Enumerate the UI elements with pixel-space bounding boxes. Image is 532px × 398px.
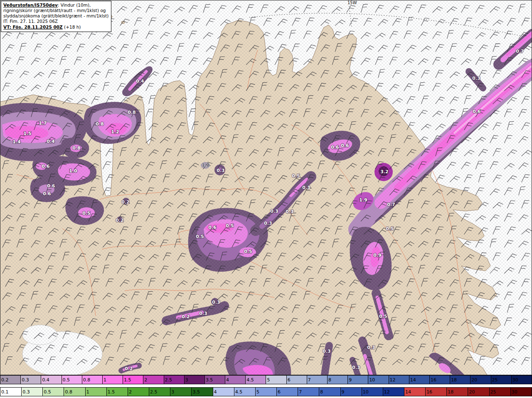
colorbar-value: 14 (404, 389, 411, 395)
colorbar-value: 3 (170, 389, 174, 395)
colorbar-value: 0.4 (41, 377, 49, 383)
colorbar-cell: 20 (468, 388, 489, 396)
precip-value-label: 0.6 (331, 145, 339, 150)
precip-value-label: 0.6 (43, 191, 51, 197)
precip-value-label: 0.3 (472, 76, 480, 81)
colorbar-value: 2.5 (149, 389, 158, 395)
precip-value-label: 0.3 (270, 209, 278, 214)
colorbar-cell: 12 (383, 388, 404, 396)
colorbar-cell: 1.5 (123, 376, 143, 384)
product-name: Veðurstofan/IS750dev (3, 2, 58, 7)
precip-value-label: 0.2 (116, 218, 124, 223)
colorbar-value: 2 (143, 377, 147, 383)
colorbar-value: 6 (287, 377, 291, 383)
colorbar-cell: 9 (340, 388, 362, 396)
precip-value-label: 0.2 (125, 366, 133, 371)
title-line-2: rigning/skúrir (grænt/blátt/rautt - mm/1… (3, 8, 108, 13)
precip-value-label: 0.5 (226, 223, 234, 228)
colorbar-sleet-snow: 0.20.30.40.50.811.522.533.544.5567891012… (0, 375, 532, 384)
colorbar-cell: 3 (184, 376, 204, 384)
colorbar-cell: 20 (470, 376, 490, 384)
colorbar-cell: 16 (429, 376, 450, 384)
colorbar-cell: 2 (143, 376, 163, 384)
precip-value-label: 0.3 (264, 221, 272, 226)
colorbar-value: 3 (185, 377, 188, 383)
colorbar-cell: 2 (128, 388, 149, 396)
precip-value-label: 0.6 (341, 143, 349, 148)
precip-value-label: 0.2 (182, 314, 190, 319)
colorbar-cell: 4 (225, 376, 245, 384)
colorbar-cell: 0.3 (21, 388, 42, 396)
init-time: IT: Fim. 27. 11. 2025 06Z (3, 19, 108, 24)
precip-value-label: 0.4 (136, 79, 144, 84)
precip-value-label: 1.9 (359, 197, 367, 203)
colorbar-cell: 0.5 (42, 388, 64, 396)
colorbar-value: 16 (426, 389, 432, 395)
hatch-overlay (0, 0, 532, 375)
precip-value-label: 0.5 (386, 226, 394, 231)
colorbar-cell: 14 (404, 388, 425, 396)
precip-value-label: 0.3 (352, 365, 360, 370)
precip-value-label: 0.6 (473, 109, 481, 114)
colorbar-value: 1.5 (107, 389, 115, 395)
colorbar-cell: 3 (170, 388, 191, 396)
colorbar-value: 1.5 (123, 377, 131, 383)
colorbar-cell: 7 (307, 376, 327, 384)
colorbar-value: 12 (383, 389, 390, 395)
colorbar-value: 30 (512, 377, 518, 383)
colorbar-cell: 30 (510, 388, 532, 396)
colorbar-value: 0.8 (64, 389, 72, 395)
colorbar-value: 0.5 (43, 389, 51, 395)
colorbar-value: 14 (409, 377, 416, 383)
weather-chart-frame: 15W (0, 0, 532, 398)
colorbar-value: 1 (103, 377, 106, 383)
precip-value-label: 0.4 (47, 139, 55, 144)
colorbar-cell: 3.5 (204, 376, 225, 384)
colorbar-cell: 0.4 (41, 376, 61, 384)
precip-value-label: 0.8 (96, 121, 104, 127)
colorbar-cell: 2.5 (164, 376, 184, 384)
colorbar-cell: 10 (362, 388, 383, 396)
colorbar-value: 2 (128, 389, 132, 395)
colorbar-value: 18 (450, 377, 457, 383)
colorbar-value: 4 (225, 377, 229, 383)
colorbar-value: 18 (447, 389, 453, 395)
colorbar-rain: 0.10.30.50.811.522.533.544.5567891012141… (0, 387, 532, 396)
colorbar-cell: 25 (489, 388, 510, 396)
colorbar-value: 0.3 (21, 377, 29, 383)
colorbar-cell: 2.5 (149, 388, 170, 396)
colorbar-value: 0.8 (82, 377, 91, 383)
precip-value-label: 0.6 (47, 183, 55, 189)
colorbar-cell: 7 (298, 388, 319, 396)
colorbar-value: 10 (368, 377, 375, 383)
colorbar-cell: 10 (368, 376, 388, 384)
colorbar-cell: 0.8 (82, 376, 102, 384)
colorbar-value: 25 (491, 377, 498, 383)
colorbar-value: 8 (319, 389, 323, 395)
colorbar-value: 0.2 (0, 377, 9, 383)
precip-value-label: 0.9 (373, 253, 382, 258)
colorbar-cell: 0.3 (20, 376, 41, 384)
colorbar-value: 30 (511, 389, 517, 395)
colorbar-value: 10 (362, 389, 369, 395)
valid-time: VT: Fös. 28.11.2025 00Z (+18 h) (3, 25, 108, 30)
colorbar-cell: 5 (266, 376, 286, 384)
title-line-3: slydda/snjókoma (grátt/bleikt/grænt - mm… (3, 13, 108, 19)
precip-value-label: 0.3 (217, 168, 225, 173)
colorbar-value: 1 (86, 389, 89, 395)
precip-value-label: 3.2 (380, 169, 389, 174)
precip-value-label: 0.3 (302, 185, 310, 190)
colorbar-value: 4.5 (246, 377, 254, 383)
colorbar-cell: 1 (102, 376, 123, 384)
colorbar-cell: 1.5 (106, 388, 128, 396)
colorbar-cell: 18 (450, 376, 470, 384)
colorbar-value: 7 (307, 377, 311, 383)
precip-value-label: 1.7 (39, 120, 47, 126)
colorbar-value: 3.5 (192, 389, 200, 395)
colorbar-cell: 18 (446, 388, 468, 396)
colorbar-value: 4 (213, 389, 217, 395)
precip-value-label: 1.2 (202, 162, 210, 168)
precip-value-label: 1.2 (111, 129, 119, 135)
precip-value-label: 0.5 (379, 314, 387, 319)
colorbar-cell: 6 (276, 388, 298, 396)
